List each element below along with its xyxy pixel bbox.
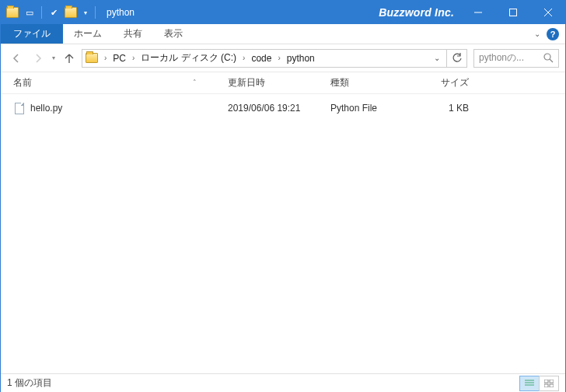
tab-home[interactable]: ホーム	[63, 24, 113, 44]
file-date: 2019/06/06 19:21	[228, 103, 330, 114]
column-header-date[interactable]: 更新日時	[228, 76, 330, 89]
chevron-right-icon[interactable]: ›	[273, 54, 285, 62]
file-name: hello.py	[30, 103, 62, 114]
ribbon-tabs: ファイル ホーム 共有 表示 ⌄ ?	[1, 24, 565, 44]
address-bar[interactable]: › PC › ローカル ディスク (C:) › code › python ⌄	[82, 49, 467, 68]
column-header-name[interactable]: 名前˄	[13, 76, 228, 89]
window-title: python	[107, 7, 135, 18]
up-button[interactable]	[60, 49, 79, 68]
file-list: hello.py 2019/06/06 19:21 Python File 1 …	[1, 94, 565, 122]
refresh-button[interactable]	[446, 50, 466, 67]
folder-icon	[86, 53, 98, 63]
brand-text: Buzzword Inc.	[379, 6, 460, 19]
nav-bar: ▾ › PC › ローカル ディスク (C:) › code › python …	[1, 44, 565, 72]
tab-file[interactable]: ファイル	[1, 24, 63, 44]
svg-point-4	[544, 54, 550, 60]
status-bar: 1 個の項目	[1, 373, 565, 392]
chevron-right-icon[interactable]: ›	[238, 54, 250, 62]
file-row[interactable]: hello.py 2019/06/06 19:21 Python File 1 …	[1, 99, 565, 117]
svg-rect-11	[544, 384, 548, 387]
qat-props-icon[interactable]: ▭	[23, 5, 37, 19]
expand-ribbon-icon[interactable]: ⌄	[534, 30, 540, 38]
help-icon[interactable]: ?	[547, 28, 559, 40]
search-icon	[543, 53, 554, 63]
svg-rect-12	[550, 384, 554, 387]
folder-icon	[5, 5, 19, 19]
python-file-icon	[13, 102, 26, 114]
breadcrumb-item[interactable]: python	[285, 51, 316, 65]
history-dropdown-icon[interactable]: ▾	[51, 54, 57, 61]
column-header-size[interactable]: サイズ	[418, 76, 480, 89]
folder-icon	[64, 5, 78, 19]
file-type: Python File	[330, 103, 418, 114]
breadcrumb-item[interactable]: ローカル ディスク (C:)	[139, 50, 238, 66]
title-bar: ▭ ✔ ▾ python Buzzword Inc.	[1, 1, 565, 24]
file-size: 1 KB	[418, 103, 480, 114]
status-text: 1 個の項目	[7, 376, 52, 390]
tab-view[interactable]: 表示	[153, 24, 194, 44]
address-dropdown-icon[interactable]: ⌄	[428, 54, 446, 62]
svg-rect-1	[509, 9, 516, 16]
breadcrumb-item[interactable]: PC	[111, 51, 128, 65]
breadcrumb-item[interactable]: code	[250, 51, 273, 65]
column-headers: 名前˄ 更新日時 種類 サイズ	[1, 72, 565, 94]
close-button[interactable]	[530, 1, 565, 24]
search-placeholder: pythonの...	[479, 51, 524, 65]
svg-rect-10	[550, 380, 554, 383]
maximize-button[interactable]	[495, 1, 530, 24]
back-button[interactable]	[7, 49, 26, 68]
view-details-button[interactable]	[519, 376, 540, 391]
qat-check-icon[interactable]: ✔	[47, 5, 61, 19]
chevron-right-icon[interactable]: ›	[100, 54, 111, 62]
search-input[interactable]: pythonの...	[473, 49, 559, 68]
tab-share[interactable]: 共有	[113, 24, 153, 44]
column-header-type[interactable]: 種類	[330, 76, 418, 89]
forward-button[interactable]	[29, 49, 47, 68]
chevron-right-icon[interactable]: ›	[128, 54, 139, 62]
minimize-button[interactable]	[460, 1, 495, 24]
qat-dropdown-icon[interactable]: ▾	[81, 9, 90, 16]
svg-line-5	[550, 59, 553, 62]
sort-asc-icon: ˄	[193, 79, 197, 86]
view-thumbnails-button[interactable]	[539, 376, 559, 391]
svg-rect-9	[544, 380, 548, 383]
